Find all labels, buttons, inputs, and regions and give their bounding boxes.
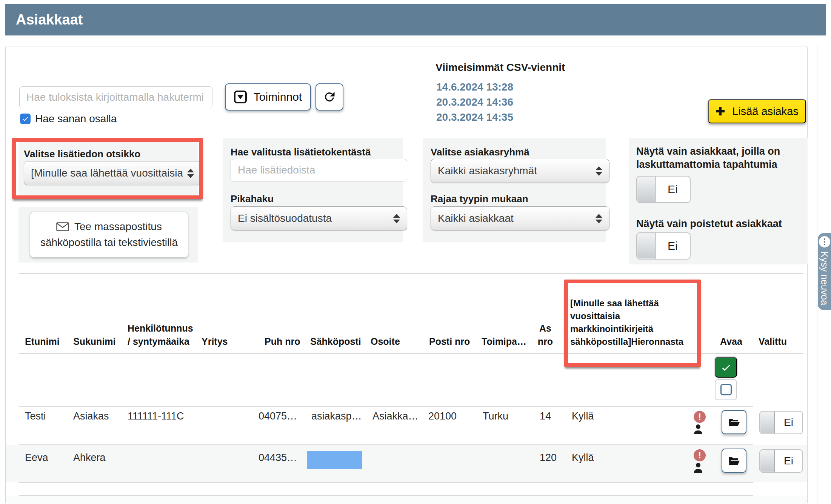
cell-sahkoposti: asiakasp… <box>311 410 362 422</box>
refresh-icon <box>323 90 336 104</box>
row-divider <box>19 482 753 483</box>
select-stepper-icon <box>596 166 602 176</box>
person-icon <box>694 463 703 473</box>
check-icon <box>721 362 731 373</box>
redacted-email <box>307 451 362 469</box>
column-header-henkilotunnus-line1[interactable]: Henkilötunnus <box>128 323 193 334</box>
open-customer-button[interactable] <box>722 449 746 473</box>
add-customer-button[interactable]: Lisää asiakas <box>708 99 806 123</box>
csv-export-link[interactable]: 14.6.2024 13:28 <box>436 81 513 93</box>
column-header-as-nro-line1[interactable]: As <box>533 323 557 334</box>
toggle-handle[interactable] <box>637 233 656 259</box>
extra-info-search-label: Hae valitusta lisätietokentästä <box>231 146 371 158</box>
cell-puh-nro: 04075… <box>259 410 297 422</box>
deleted-only-toggle-value: Ei <box>656 233 690 259</box>
column-header-sukunimi[interactable]: Sukunimi <box>73 336 116 347</box>
column-header-posti-nro[interactable]: Posti nro <box>429 336 470 347</box>
deleted-only-toggle[interactable]: Ei <box>636 232 691 260</box>
table-row <box>6 496 807 504</box>
folder-open-icon <box>728 417 740 427</box>
actions-button-label: Toiminnot <box>254 91 302 103</box>
add-customer-button-label: Lisää asiakas <box>732 105 799 118</box>
quick-search-value: Ei sisältösuodatusta <box>238 212 389 224</box>
selected-toggle-value: Ei <box>775 450 802 472</box>
extra-info-title-label: Valitse lisätiedon otsikko <box>24 148 140 160</box>
column-header-as-nro-line2[interactable]: nro <box>533 336 557 347</box>
plus-icon <box>716 106 725 116</box>
mass-mailing-button[interactable]: Tee massapostitus sähköpostilla tai teks… <box>30 212 188 258</box>
mass-mailing-panel: Tee massapostitus sähköpostilla tai teks… <box>18 207 198 263</box>
help-tab[interactable]: Kysy neuvoa <box>818 233 831 310</box>
mass-mailing-line1: Tee massapostitus <box>56 219 162 235</box>
mass-mailing-label-line2: sähköpostilla tai tekstiviestillä <box>40 235 178 250</box>
table-row[interactable]: Eeva Ahkera 04435… 120 Kyllä ! Ei <box>6 445 807 482</box>
person-icon <box>694 424 703 435</box>
select-stepper-icon <box>596 214 602 223</box>
selected-toggle[interactable]: Ei <box>759 449 803 473</box>
csv-exports-heading: Viimeisimmät CSV-viennit <box>436 61 565 74</box>
quick-search-label: Pikahaku <box>231 193 274 205</box>
column-header-osoite[interactable]: Osoite <box>371 336 400 347</box>
csv-export-link[interactable]: 20.3.2024 14:35 <box>436 111 513 123</box>
select-all-button[interactable] <box>715 357 737 378</box>
table-row[interactable]: Testi Asiakas 111111-111C 04075… asiakas… <box>6 407 807 444</box>
column-header-henkilotunnus-line2[interactable]: / syntymäaika <box>128 336 189 347</box>
deleted-only-toggle-label: Näytä vain poistetut asiakkaat <box>636 218 782 230</box>
help-tab-label: Kysy neuvoa <box>819 251 830 305</box>
toggle-handle[interactable] <box>637 177 656 202</box>
partial-word-checkbox-label: Hae sanan osalla <box>35 113 117 125</box>
column-header-etunimi[interactable]: Etunimi <box>25 336 60 347</box>
check-icon <box>22 115 29 122</box>
type-filter-select[interactable]: Kaikki asiakkaat <box>431 206 609 230</box>
open-customer-button[interactable] <box>722 410 746 434</box>
cell-etunimi: Testi <box>25 410 46 422</box>
extra-info-search-input[interactable] <box>231 159 407 181</box>
csv-export-link[interactable]: 20.3.2024 14:36 <box>436 96 513 108</box>
selected-toggle[interactable]: Ei <box>759 411 803 434</box>
envelope-icon <box>56 222 69 231</box>
unbilled-alert-icon: ! <box>694 411 706 423</box>
toggle-handle[interactable] <box>760 450 775 472</box>
folder-open-icon <box>728 455 740 466</box>
unbilled-only-toggle[interactable]: Ei <box>636 176 691 203</box>
column-header-puh-nro[interactable]: Puh nro <box>265 336 300 347</box>
cell-sukunimi: Ahkera <box>73 452 106 464</box>
column-header-sahkoposti[interactable]: Sähköposti <box>310 336 361 347</box>
unbilled-alert-icon: ! <box>694 449 706 461</box>
column-header-avaa[interactable]: Avaa <box>720 336 742 347</box>
toggle-filters-panel: Näytä vain asiakkaat, joilla on laskutta… <box>629 138 808 264</box>
partial-word-checkbox[interactable] <box>20 114 31 124</box>
toggle-handle[interactable] <box>760 412 775 433</box>
extra-info-title-select[interactable]: [Minulle saa lähettää vuosittaisia <box>24 161 201 185</box>
cell-markkinointi: Kyllä <box>572 452 594 464</box>
selected-toggle-value: Ei <box>775 412 802 433</box>
page-title: Asiakkaat <box>5 4 826 35</box>
column-header-markkinointi[interactable]: [Minulle saa lähettää vuosittaisia markk… <box>570 297 699 348</box>
column-header-toimipaikka[interactable]: Toimipa… <box>482 336 526 347</box>
refresh-button[interactable] <box>315 83 343 111</box>
search-input[interactable] <box>19 86 212 108</box>
cell-osoite: Asiakka… <box>372 410 419 422</box>
type-filter-value: Kaikki asiakkaat <box>438 212 591 224</box>
extra-info-title-value: [Minulle saa lähettää vuosittaisia <box>31 167 183 179</box>
cell-etunimi: Eeva <box>25 452 48 464</box>
main-panel: Hae sanan osalla Toiminnot Viimeisimmät … <box>5 46 808 504</box>
title-bar: Asiakkaat <box>5 4 826 35</box>
deselect-all-button[interactable] <box>715 379 737 400</box>
select-stepper-icon <box>187 169 194 178</box>
column-header-valittu[interactable]: Valittu <box>759 336 787 347</box>
partial-word-checkbox-row: Hae sanan osalla <box>20 113 117 125</box>
unbilled-only-toggle-label: Näytä vain asiakkaat, joilla on laskutta… <box>636 145 802 171</box>
table-top-divider <box>19 273 803 274</box>
extra-info-search-panel: Hae valitusta lisätietokentästä Pikahaku… <box>223 138 403 242</box>
type-filter-label: Rajaa tyypin mukaan <box>431 193 528 205</box>
quick-search-select[interactable]: Ei sisältösuodatusta <box>231 206 407 230</box>
cell-markkinointi: Kyllä <box>572 410 594 422</box>
customer-group-label: Valitse asiakasryhmä <box>431 146 529 158</box>
cell-henkilotunnus: 111111-111C <box>128 410 184 422</box>
customer-group-select[interactable]: Kaikki asiakasryhmät <box>431 159 609 183</box>
cell-as-nro: 14 <box>540 410 551 422</box>
column-header-yritys[interactable]: Yritys <box>202 336 228 347</box>
extra-info-title-panel: Valitse lisätiedon otsikko [Minulle saa … <box>18 140 198 197</box>
actions-button[interactable]: Toiminnot <box>225 83 311 111</box>
